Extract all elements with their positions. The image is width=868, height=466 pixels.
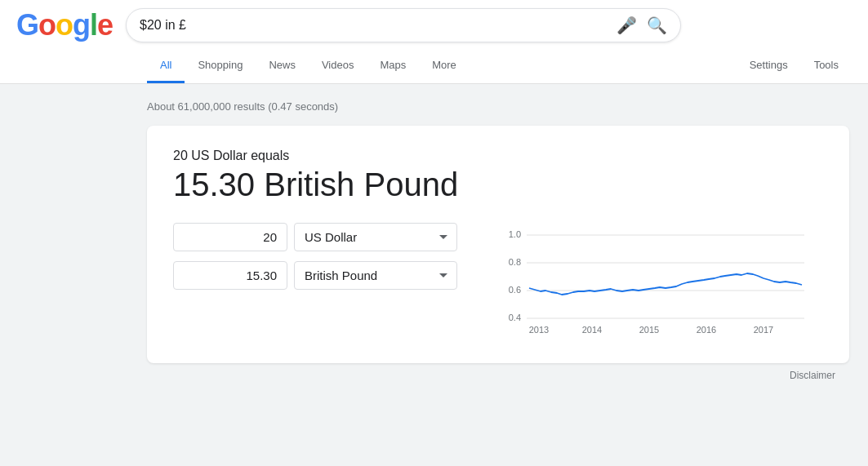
tab-shopping[interactable]: Shopping bbox=[185, 49, 256, 83]
logo-o2: o bbox=[56, 8, 73, 42]
from-currency-select[interactable]: US Dollar Euro British Pound Japanese Ye… bbox=[294, 223, 457, 251]
currency-chart: 1.0 0.8 0.6 0.4 2013 2014 2015 2016 2017 bbox=[483, 223, 823, 340]
tab-videos[interactable]: Videos bbox=[309, 49, 367, 83]
tab-more[interactable]: More bbox=[419, 49, 470, 83]
logo-g1: G bbox=[16, 8, 38, 42]
to-currency-select[interactable]: British Pound US Dollar Euro Japanese Ye… bbox=[294, 261, 457, 290]
to-amount-input[interactable] bbox=[173, 261, 287, 290]
currency-inputs-and-chart: US Dollar Euro British Pound Japanese Ye… bbox=[173, 223, 823, 340]
search-input[interactable] bbox=[140, 18, 617, 33]
settings-link[interactable]: Settings bbox=[737, 49, 801, 83]
microphone-icon[interactable]: 🎤 bbox=[617, 16, 637, 35]
svg-text:2013: 2013 bbox=[529, 325, 549, 335]
logo-e: e bbox=[97, 8, 113, 42]
search-icon[interactable]: 🔍 bbox=[647, 16, 667, 35]
search-box[interactable]: 🎤 🔍 bbox=[126, 8, 681, 42]
currency-inputs: US Dollar Euro British Pound Japanese Ye… bbox=[173, 223, 457, 290]
svg-text:2015: 2015 bbox=[639, 325, 659, 335]
main-content: About 61,000,000 results (0.47 seconds) … bbox=[0, 84, 868, 411]
logo-o1: o bbox=[38, 8, 56, 42]
nav-right: Settings Tools bbox=[737, 49, 852, 83]
currency-card: 20 US Dollar equals 15.30 British Pound … bbox=[147, 126, 849, 363]
logo-g2: g bbox=[73, 8, 90, 42]
header: Google 🎤 🔍 All Shopping News Videos Maps… bbox=[0, 0, 868, 84]
svg-text:0.6: 0.6 bbox=[509, 285, 521, 295]
logo-l: l bbox=[90, 8, 97, 42]
google-logo: Google bbox=[16, 8, 113, 42]
svg-text:0.8: 0.8 bbox=[509, 257, 521, 267]
tab-news[interactable]: News bbox=[256, 49, 309, 83]
from-amount-input[interactable] bbox=[173, 223, 287, 251]
to-currency-row: British Pound US Dollar Euro Japanese Ye… bbox=[173, 261, 457, 290]
svg-text:2017: 2017 bbox=[754, 325, 773, 335]
svg-text:0.4: 0.4 bbox=[509, 313, 521, 322]
nav-tabs: All Shopping News Videos Maps More Setti… bbox=[16, 49, 852, 83]
svg-text:1.0: 1.0 bbox=[509, 229, 521, 239]
from-currency-row: US Dollar Euro British Pound Japanese Ye… bbox=[173, 223, 457, 251]
currency-equals-text: 20 US Dollar equals bbox=[173, 149, 823, 163]
disclaimer-text: Disclaimer bbox=[790, 370, 835, 381]
tools-link[interactable]: Tools bbox=[801, 49, 852, 83]
svg-text:2014: 2014 bbox=[582, 325, 602, 335]
tab-all[interactable]: All bbox=[147, 49, 185, 83]
results-count: About 61,000,000 results (0.47 seconds) bbox=[147, 100, 852, 113]
disclaimer-row: Disclaimer bbox=[147, 363, 852, 384]
currency-result-text: 15.30 British Pound bbox=[173, 166, 823, 203]
search-icons: 🎤 🔍 bbox=[617, 16, 667, 35]
header-top: Google 🎤 🔍 bbox=[16, 8, 852, 49]
chart-svg: 1.0 0.8 0.6 0.4 2013 2014 2015 2016 2017 bbox=[483, 223, 823, 337]
svg-text:2016: 2016 bbox=[697, 325, 716, 335]
tab-maps[interactable]: Maps bbox=[367, 49, 419, 83]
